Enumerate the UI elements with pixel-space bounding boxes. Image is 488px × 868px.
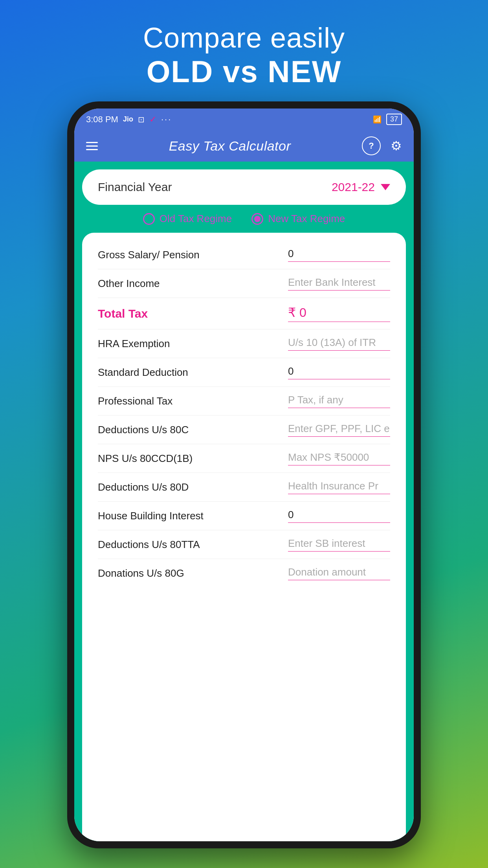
form-row: Deductions U/s 80TTAEnter SB interest <box>98 530 390 559</box>
form-row: Other IncomeEnter Bank Interest <box>98 269 390 298</box>
form-label: Deductions U/s 80TTA <box>98 539 200 551</box>
form-label: Deductions U/s 80D <box>98 481 189 493</box>
status-right: 📶 37 <box>373 114 402 125</box>
phone-inner: 3:08 PM Jio ⊡ ✓ ··· 📶 37 Easy Tax Calcul… <box>74 108 414 841</box>
form-input[interactable]: Enter Bank Interest <box>288 276 390 291</box>
form-input[interactable]: P Tax, if any <box>288 394 390 408</box>
app-bar-icons: ? ⚙ <box>362 136 402 155</box>
help-button[interactable]: ? <box>362 136 381 155</box>
form-input[interactable]: ₹ 0 <box>288 305 390 322</box>
form-input[interactable]: 0 <box>288 509 390 523</box>
form-row: HRA ExemptionU/s 10 (13A) of ITR <box>98 329 390 358</box>
form-label: Standard Deduction <box>98 366 188 379</box>
form-input[interactable]: Health Insurance Pr <box>288 480 390 494</box>
status-time: 3:08 PM <box>86 114 118 125</box>
financial-year-year: 2021-22 <box>332 180 375 194</box>
financial-year-card[interactable]: Financial Year 2021-22 <box>82 169 406 205</box>
form-label: Total Tax <box>98 307 148 320</box>
form-input[interactable]: Enter SB interest <box>288 537 390 552</box>
new-tax-regime-tab[interactable]: New Tax Regime <box>251 213 345 225</box>
status-left: 3:08 PM Jio ⊡ ✓ ··· <box>86 114 172 125</box>
app-bar: Easy Tax Calculator ? ⚙ <box>74 130 414 162</box>
form-row: Deductions U/s 80CEnter GPF, PPF, LIC e <box>98 416 390 444</box>
new-regime-label: New Tax Regime <box>268 213 345 225</box>
form-row: Deductions U/s 80DHealth Insurance Pr <box>98 473 390 502</box>
form-label: Gross Salary/ Pension <box>98 249 200 261</box>
form-row: Donations U/s 80GDonation amount <box>98 559 390 587</box>
form-row: Standard Deduction0 <box>98 358 390 387</box>
battery-indicator: 37 <box>386 114 402 125</box>
new-regime-radio[interactable] <box>251 213 263 225</box>
app-title: Easy Tax Calculator <box>169 138 291 154</box>
form-input[interactable]: Enter GPF, PPF, LIC e <box>288 423 390 437</box>
form-input[interactable]: 0 <box>288 365 390 379</box>
old-regime-radio[interactable] <box>143 213 155 225</box>
hamburger-menu-icon[interactable] <box>86 142 98 150</box>
form-label: Donations U/s 80G <box>98 567 184 579</box>
signal-icon: 📶 <box>373 115 382 124</box>
status-bar: 3:08 PM Jio ⊡ ✓ ··· 📶 37 <box>74 108 414 130</box>
form-input[interactable]: Max NPS ₹50000 <box>288 451 390 465</box>
jio-icon: Jio <box>123 115 133 123</box>
form-row: NPS U/s 80CCD(1B)Max NPS ₹50000 <box>98 444 390 473</box>
phone-shell: 3:08 PM Jio ⊡ ✓ ··· 📶 37 Easy Tax Calcul… <box>67 101 421 848</box>
form-input[interactable]: U/s 10 (13A) of ITR <box>288 337 390 351</box>
form-input[interactable]: 0 <box>288 248 390 262</box>
form-input[interactable]: Donation amount <box>288 566 390 580</box>
form-label: Other Income <box>98 278 160 290</box>
old-regime-label: Old Tax Regime <box>160 213 232 225</box>
form-label: Deductions U/s 80C <box>98 424 189 436</box>
form-label: HRA Exemption <box>98 338 170 350</box>
form-row: Total Tax₹ 0 <box>98 298 390 329</box>
settings-icon[interactable]: ⚙ <box>391 138 402 153</box>
header-area: Compare easily OLD vs NEW <box>143 0 345 101</box>
financial-year-value[interactable]: 2021-22 <box>332 180 390 194</box>
screen-icon: ⊡ <box>138 115 145 124</box>
form-row: Professional TaxP Tax, if any <box>98 387 390 416</box>
form-label: House Building Interest <box>98 510 204 522</box>
checkmark-icon: ✓ <box>149 114 156 125</box>
header-line2: OLD vs NEW <box>143 54 345 90</box>
financial-year-label: Financial Year <box>98 180 172 194</box>
dropdown-arrow-icon <box>381 184 390 190</box>
regime-tabs: Old Tax Regime New Tax Regime <box>82 211 406 227</box>
form-card: Gross Salary/ Pension0Other IncomeEnter … <box>82 233 406 841</box>
form-row: House Building Interest0 <box>98 502 390 530</box>
new-regime-radio-selected <box>254 216 261 222</box>
form-row: Gross Salary/ Pension0 <box>98 241 390 269</box>
form-label: Professional Tax <box>98 395 172 407</box>
old-tax-regime-tab[interactable]: Old Tax Regime <box>143 213 232 225</box>
header-line1: Compare easily <box>143 22 345 54</box>
dots-icon: ··· <box>161 114 172 125</box>
content-area: Financial Year 2021-22 Old Tax Regime Ne… <box>74 162 414 841</box>
form-label: NPS U/s 80CCD(1B) <box>98 452 193 465</box>
